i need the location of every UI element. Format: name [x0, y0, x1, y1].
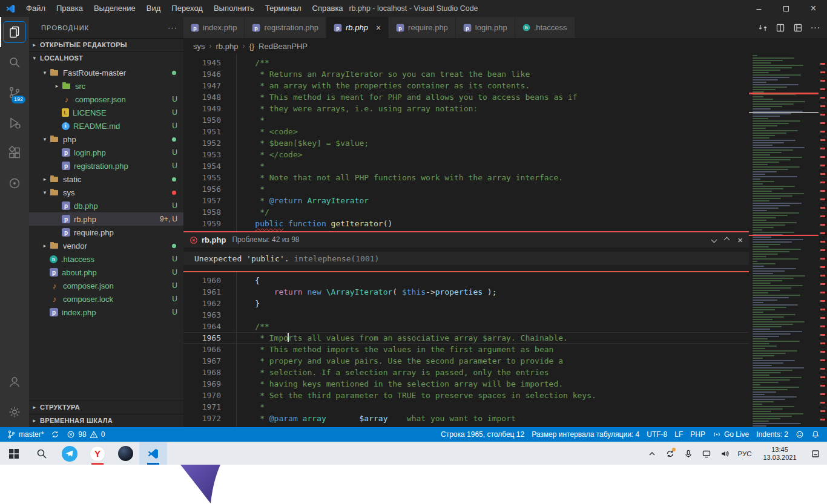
chevron-up-icon[interactable] [724, 237, 730, 243]
more-actions-icon[interactable]: ··· [807, 19, 823, 36]
tree-item[interactable]: FastRoute-master [29, 66, 183, 79]
explorer-icon[interactable] [0, 17, 29, 47]
source-control-icon[interactable]: 192 [0, 77, 29, 108]
open-changes-icon[interactable] [754, 19, 771, 36]
maximize-button[interactable] [773, 0, 800, 17]
code-line-1955[interactable]: 1955 * Note that not all PHP functions w… [183, 172, 749, 183]
code-editor[interactable]: 19441945 /**1946 * Returns an ArrayItera… [183, 54, 749, 427]
tree-item[interactable]: .htaccessU [29, 252, 183, 266]
tab-.htaccess[interactable]: .htaccess [515, 17, 575, 38]
dark-app-button[interactable] [111, 442, 139, 465]
tree-item[interactable]: composer.jsonU [29, 93, 183, 106]
minimap[interactable] [749, 54, 819, 427]
split-editor-icon[interactable] [772, 19, 788, 36]
start-button[interactable] [0, 442, 28, 465]
breadcrumb-item[interactable]: RedBeanPHP [259, 42, 308, 51]
cursor-position[interactable]: Строка 1965, столбец 12 [437, 430, 528, 439]
tree-item[interactable]: php [29, 133, 183, 146]
tree-item[interactable]: LICENSEU [29, 106, 183, 119]
display-icon[interactable] [697, 442, 716, 465]
more-actions-icon[interactable]: ··· [168, 23, 177, 32]
menu-item-3[interactable]: Вид [141, 0, 166, 17]
menu-item-4[interactable]: Переход [166, 0, 208, 17]
sync-button[interactable] [47, 427, 63, 442]
tree-item[interactable]: README.mdU [29, 119, 183, 133]
code-line-1968[interactable]: 1968 * selection. If a selection array i… [183, 367, 749, 378]
tree-item[interactable]: about.phpU [29, 266, 183, 279]
update-icon[interactable] [661, 442, 679, 465]
action-center-button[interactable] [804, 442, 827, 465]
code-line-1957[interactable]: 1957 * @return ArrayIterator [183, 195, 749, 206]
indents-indicator[interactable]: Indents: 2 [753, 430, 792, 439]
telegram-button[interactable] [56, 442, 84, 465]
close-icon[interactable]: × [376, 23, 381, 33]
code-line-1950[interactable]: 1950 * [183, 114, 749, 126]
encoding-indicator[interactable]: UTF-8 [643, 430, 671, 439]
tree-item[interactable]: rb.php9+, U [29, 212, 183, 226]
code-line-1960[interactable]: 1960 { [183, 275, 749, 286]
tab-registration.php[interactable]: registration.php [245, 17, 326, 38]
eol-indicator[interactable]: LF [671, 430, 687, 439]
tree-item[interactable]: vendor [29, 239, 183, 252]
tab-index.php[interactable]: index.php [183, 17, 245, 38]
breadcrumb-item[interactable]: sys [193, 42, 205, 51]
problems-status[interactable]: 98 0 [63, 427, 108, 442]
run-debug-icon[interactable] [0, 108, 29, 138]
menu-item-1[interactable]: Правка [51, 0, 88, 17]
feedback-button[interactable] [792, 430, 808, 439]
tree-item[interactable]: registration.phpU [29, 159, 183, 172]
overview-ruler[interactable] [819, 54, 827, 427]
tab-login.php[interactable]: login.php [456, 17, 515, 38]
code-line-1970[interactable]: 1970 * Set the third parameter to TRUE t… [183, 390, 749, 401]
code-line-1965[interactable]: 1965 * Imports all values from an associ… [183, 332, 749, 344]
code-line-1954[interactable]: 1954 * [183, 160, 749, 172]
code-line-1967[interactable]: 1967 * propery and value pairs. Use the … [183, 355, 749, 367]
tab-rb.php[interactable]: rb.php× [326, 17, 389, 38]
code-line-1963[interactable]: 1963 [183, 309, 749, 321]
tree-item[interactable]: static [29, 172, 183, 186]
problem-message-row[interactable]: Unexpected 'public'. intelephense(1001) [183, 252, 749, 265]
branch-indicator[interactable]: master* [4, 427, 47, 442]
code-line-1951[interactable]: 1951 * <code> [183, 126, 749, 137]
peek-header[interactable]: rb.php Проблемы: 42 из 98 × [183, 232, 749, 247]
search-icon[interactable] [0, 47, 29, 77]
code-line-1947[interactable]: 1947 * an array with the properties cont… [183, 80, 749, 91]
chevron-down-icon[interactable] [711, 237, 717, 243]
tree-item[interactable]: login.phpU [29, 146, 183, 159]
tab-size-indicator[interactable]: Размер интервала табуляции: 4 [528, 430, 643, 439]
code-line-1961[interactable]: 1961 return new \ArrayIterator( $this->p… [183, 286, 749, 298]
code-line-1959[interactable]: 1959 public function getIterator() [183, 218, 749, 229]
code-line-1953[interactable]: 1953 * </code> [183, 149, 749, 160]
code-line-1958[interactable]: 1958 */ [183, 206, 749, 218]
code-line-1952[interactable]: 1952 * $bean[$key] = $value; [183, 137, 749, 149]
code-line-1948[interactable]: 1948 * This method is meant for PHP and … [183, 91, 749, 103]
tab-require.php[interactable]: require.php [389, 17, 456, 38]
code-line-1949[interactable]: 1949 * they were arrays, i.e. using arra… [183, 103, 749, 114]
tree-item[interactable]: db.phpU [29, 199, 183, 212]
code-line-1972[interactable]: 1972 * @param array $array what you want… [183, 413, 749, 424]
volume-icon[interactable] [716, 442, 734, 465]
tree-item[interactable]: composer.lockU [29, 292, 183, 306]
yandex-browser-button[interactable]: Y [84, 442, 111, 465]
menu-item-5[interactable]: Выполнить [208, 0, 260, 17]
live-server-icon[interactable] [0, 168, 29, 198]
menu-item-0[interactable]: Файл [21, 0, 51, 17]
tree-item[interactable]: index.phpU [29, 306, 183, 319]
code-line-1962[interactable]: 1962 } [183, 298, 749, 309]
tree-item[interactable]: src [29, 79, 183, 93]
breadcrumb-item[interactable]: rb.php [216, 42, 239, 51]
account-icon[interactable] [0, 367, 29, 397]
taskbar-search-button[interactable] [28, 442, 56, 465]
tree-item[interactable]: sys [29, 186, 183, 199]
layout-icon[interactable] [789, 19, 806, 36]
close-button[interactable] [800, 0, 827, 17]
code-line-1964[interactable]: 1964 /** [183, 321, 749, 332]
code-line-1945[interactable]: 1945 /** [183, 57, 749, 68]
section-outline[interactable]: СТРУКТУРА [29, 401, 183, 414]
go-live-button[interactable]: Go Live [709, 430, 753, 439]
menu-item-6[interactable]: Терминал [260, 0, 307, 17]
breadcrumb[interactable]: sys›rb.php›{}RedBeanPHP [183, 38, 827, 54]
keyboard-layout[interactable]: РУС [734, 442, 756, 465]
menu-item-7[interactable]: Справка [307, 0, 349, 17]
section-timeline[interactable]: ВРЕМЕННАЯ ШКАЛА [29, 414, 183, 427]
